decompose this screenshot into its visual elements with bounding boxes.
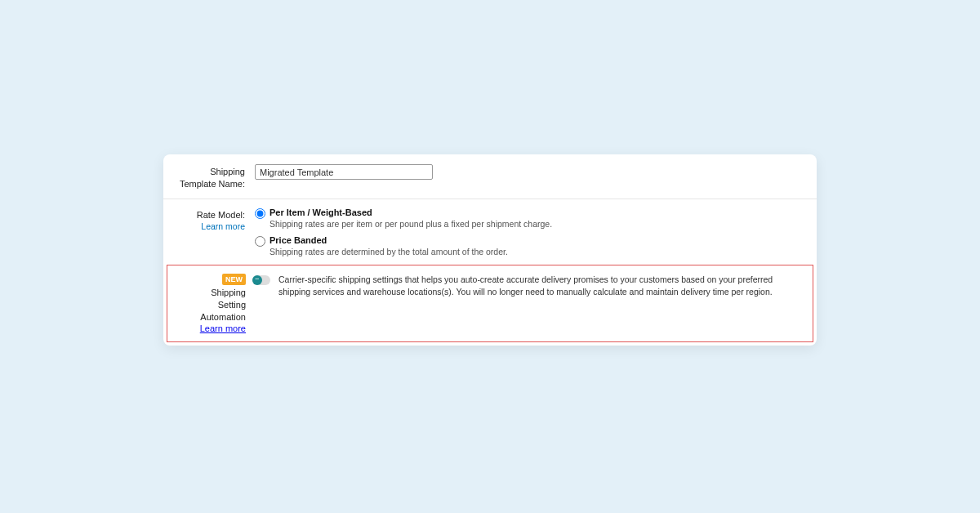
rate-model-row: Rate Model: Learn more Per Item / Weight… [163, 199, 817, 265]
rate-model-option-per-item: Per Item / Weight-Based Shipping rates a… [255, 207, 805, 229]
shipping-template-panel: Shipping Template Name: Rate Model: Lear… [163, 154, 817, 345]
template-name-input[interactable] [255, 164, 433, 180]
automation-row: NEW Shipping Setting Automation Learn mo… [167, 265, 813, 342]
rate-model-per-item-label: Per Item / Weight-Based [270, 207, 372, 217]
rate-model-per-item-desc: Shipping rates are per item or per pound… [270, 219, 552, 229]
rate-model-learn-more-link[interactable]: Learn more [172, 221, 245, 231]
rate-model-label: Rate Model: [172, 209, 245, 221]
template-name-row: Shipping Template Name: [163, 154, 817, 199]
new-badge: NEW [222, 274, 246, 285]
rate-model-radio-per-item[interactable] [255, 208, 265, 219]
template-name-content [255, 164, 817, 190]
automation-label-line3: Automation [200, 312, 246, 322]
rate-model-options: Per Item / Weight-Based Shipping rates a… [255, 207, 817, 256]
rate-model-option-price-banded: Price Banded Shipping rates are determin… [255, 235, 805, 256]
automation-label: Shipping Setting Automation [174, 287, 246, 323]
rate-model-radio-price-banded[interactable] [255, 236, 265, 247]
automation-toggle[interactable] [252, 275, 270, 285]
rate-model-price-banded-desc: Shipping rates are determined by the tot… [270, 247, 508, 256]
rate-model-price-banded-label: Price Banded [270, 235, 327, 245]
automation-toggle-col [252, 274, 278, 333]
template-name-label: Shipping Template Name: [172, 166, 245, 190]
automation-description: Carrier-specific shipping settings that … [278, 274, 813, 333]
automation-label-line1: Shipping [211, 288, 246, 297]
automation-label-col: NEW Shipping Setting Automation Learn mo… [167, 274, 252, 333]
rate-model-label-col: Rate Model: Learn more [163, 207, 255, 256]
automation-label-line2: Setting [218, 300, 246, 310]
template-name-label-col: Shipping Template Name: [163, 164, 255, 190]
automation-learn-more-link[interactable]: Learn more [200, 323, 246, 333]
toggle-knob-icon [252, 275, 262, 285]
